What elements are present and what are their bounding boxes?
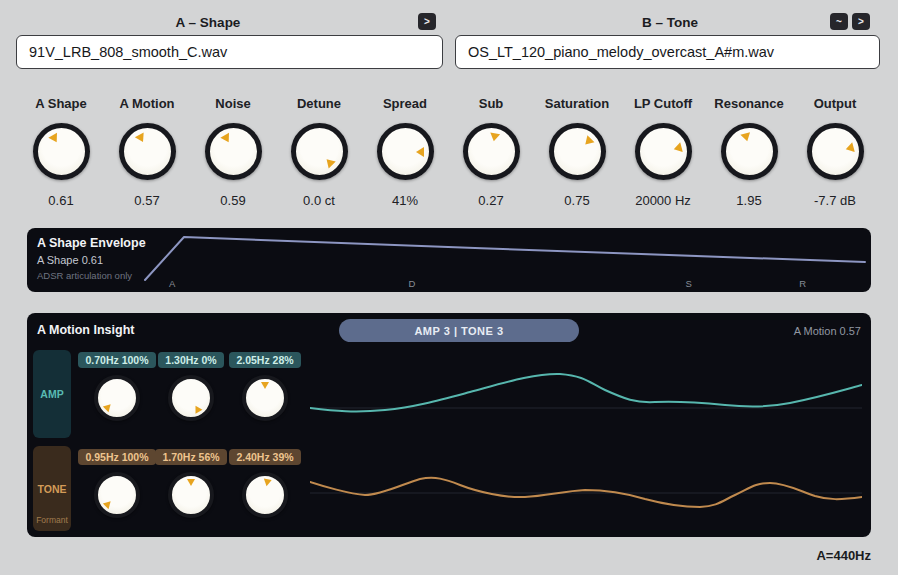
motion-knob-dial[interactable] <box>168 375 214 421</box>
tone-motion-curve <box>310 478 862 507</box>
knob-cell: Output -7.7 dB <box>792 96 878 208</box>
plugin-window: A – Shape > B – Tone ~ > A Shape 0.61 A … <box>0 0 898 575</box>
knob-label: Resonance <box>714 96 783 114</box>
knob-cell: Detune 0.0 ct <box>276 96 362 208</box>
motion-knob-badge: 0.95Hz 100% <box>78 449 155 465</box>
motion-panel: A Motion Insight AMP 3 | TONE 3 A Motion… <box>27 313 871 537</box>
motion-knob-dial[interactable] <box>242 472 288 518</box>
section-a-title: A – Shape <box>16 14 400 32</box>
motion-knob-dial[interactable] <box>94 472 140 518</box>
motion-knob-cell: 1.30Hz 0% <box>154 352 228 421</box>
motion-mode-button[interactable]: AMP 3 | TONE 3 <box>339 319 579 342</box>
knob-pointer <box>90 371 144 425</box>
knob-pointer <box>165 372 217 424</box>
knob-value: 0.61 <box>48 193 73 208</box>
knob-dial[interactable] <box>807 123 864 180</box>
knob-pointer <box>464 124 518 178</box>
knob-indicator-icon <box>103 499 114 510</box>
knob-cell: LP Cutoff 20000 Hz <box>620 96 706 208</box>
knob-cell: A Motion 0.57 <box>104 96 190 208</box>
knob-cell: Spread 41% <box>362 96 448 208</box>
knob-label: Saturation <box>545 96 609 114</box>
motion-knob-dial[interactable] <box>168 472 214 518</box>
sample-b-file-field[interactable] <box>455 35 880 69</box>
knob-dial[interactable] <box>721 123 778 180</box>
knob-indicator-icon <box>192 404 202 414</box>
knob-dial[interactable] <box>119 123 176 180</box>
amp-motion-curve <box>310 374 862 412</box>
knob-indicator-icon <box>261 382 269 389</box>
motion-readout: A Motion 0.57 <box>794 325 861 337</box>
motion-knob-cell: 0.95Hz 100% <box>80 449 154 518</box>
knob-indicator-icon <box>844 142 854 154</box>
section-b-expand-button[interactable]: > <box>852 13 870 30</box>
section-a-expand-button[interactable]: > <box>418 13 436 30</box>
knob-label: Sub <box>479 96 504 114</box>
knob-value: 0.57 <box>134 193 159 208</box>
knob-value: -7.7 dB <box>814 193 856 208</box>
motion-knob-cell: 1.70Hz 56% <box>154 449 228 518</box>
knob-pointer <box>382 128 429 175</box>
knob-pointer <box>544 118 610 184</box>
knob-value: 0.0 ct <box>303 193 335 208</box>
tab-amp[interactable]: AMP <box>33 350 71 438</box>
knob-indicator-icon <box>581 135 594 148</box>
motion-title: A Motion Insight <box>37 323 134 337</box>
knob-pointer <box>286 118 352 184</box>
tab-tone[interactable]: TONE Formant <box>33 446 71 531</box>
knob-dial[interactable] <box>377 123 434 180</box>
knob-label: Output <box>814 96 857 114</box>
knob-dial[interactable] <box>291 123 348 180</box>
knob-dial[interactable] <box>635 123 692 180</box>
knob-label: A Motion <box>119 96 174 114</box>
tab-amp-label: AMP <box>40 388 63 400</box>
knob-dial[interactable] <box>205 123 262 180</box>
knob-value: 20000 Hz <box>635 193 691 208</box>
knob-dial[interactable] <box>549 123 606 180</box>
envelope-marker: A <box>169 278 175 289</box>
knob-indicator-icon <box>47 133 60 145</box>
sample-a-file-field[interactable] <box>16 35 443 69</box>
tuning-reference: A=440Hz <box>816 548 871 563</box>
tone-knob-group: 0.95Hz 100% 1.70Hz 56% 2.40Hz 39% <box>80 449 302 518</box>
knob-value: 0.27 <box>478 193 503 208</box>
knob-indicator-icon <box>219 133 232 145</box>
knob-indicator-icon <box>263 479 272 487</box>
motion-knob-cell: 2.05Hz 28% <box>228 352 302 421</box>
knob-cell: Saturation 0.75 <box>534 96 620 208</box>
section-b-title: B – Tone <box>470 14 870 32</box>
section-b-random-button[interactable]: ~ <box>830 13 848 30</box>
knob-pointer <box>806 123 864 181</box>
knob-pointer <box>29 119 93 183</box>
motion-knob-dial[interactable] <box>242 375 288 421</box>
knob-indicator-icon <box>134 133 147 145</box>
knob-indicator-icon <box>187 479 195 486</box>
motion-knob-cell: 0.70Hz 100% <box>80 352 154 421</box>
motion-knob-badge: 1.70Hz 56% <box>155 449 226 465</box>
envelope-marker: S <box>686 278 692 289</box>
knob-pointer <box>720 123 778 181</box>
knob-indicator-icon <box>323 155 336 168</box>
knob-pointer <box>115 120 179 184</box>
motion-knob-badge: 0.70Hz 100% <box>78 352 155 368</box>
knob-value: 0.59 <box>220 193 245 208</box>
knob-dial[interactable] <box>463 123 520 180</box>
knob-indicator-icon <box>488 132 499 142</box>
envelope-panel: A Shape Envelope A Shape 0.61 ADSR artic… <box>27 228 871 292</box>
knob-indicator-icon <box>103 402 114 413</box>
motion-knob-dial[interactable] <box>94 375 140 421</box>
knob-label: Detune <box>297 96 341 114</box>
knob-pointer <box>243 473 287 517</box>
knob-pointer <box>634 123 692 181</box>
motion-knob-cell: 2.40Hz 39% <box>228 449 302 518</box>
envelope-marker: R <box>799 278 806 289</box>
knob-cell: Noise 0.59 <box>190 96 276 208</box>
knob-label: A Shape <box>35 96 87 114</box>
formant-label: Formant <box>33 515 71 525</box>
knob-dial[interactable] <box>33 123 90 180</box>
knob-pointer <box>90 468 144 522</box>
knob-cell: Sub 0.27 <box>448 96 534 208</box>
knob-indicator-icon <box>416 147 424 157</box>
motion-knob-badge: 1.30Hz 0% <box>158 352 223 368</box>
knob-value: 0.75 <box>564 193 589 208</box>
